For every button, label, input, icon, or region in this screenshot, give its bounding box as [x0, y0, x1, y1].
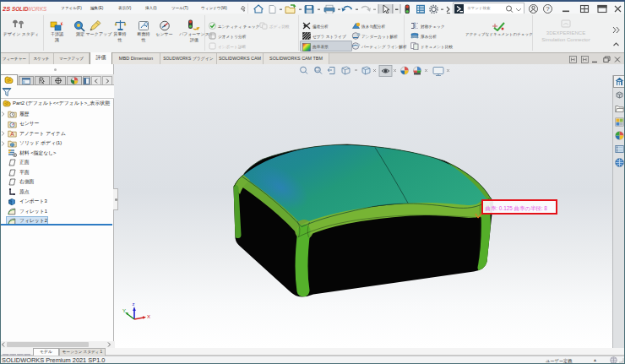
svg-text:A: A: [10, 131, 14, 137]
svg-text:X: X: [147, 314, 150, 319]
svg-text:曲率: 0.125 曲率の半径: 8: 曲率: 0.125 曲率の半径: 8: [486, 205, 548, 212]
svg-text:Y: Y: [122, 308, 126, 313]
svg-text:z: z: [133, 302, 135, 307]
svg-text:WORKS: WORKS: [27, 6, 47, 12]
svg-text:?: ?: [546, 5, 550, 13]
svg-text:2S: 2S: [3, 5, 10, 13]
